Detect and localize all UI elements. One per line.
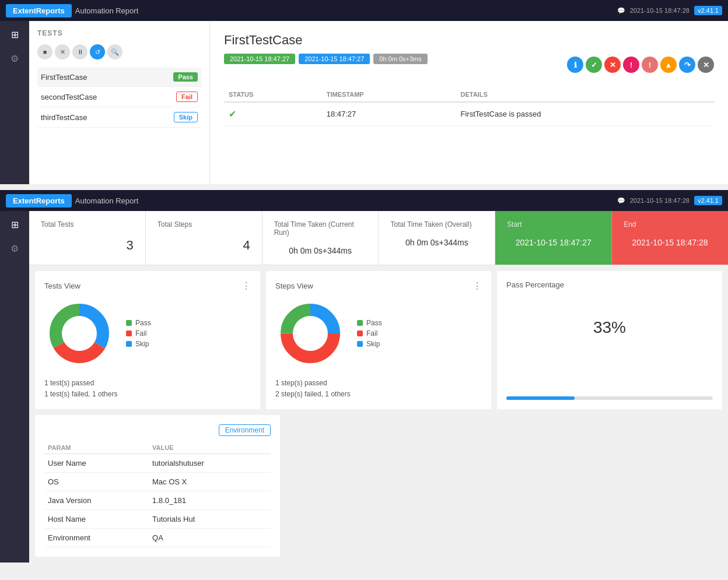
dashboard-brand: ExtentReports xyxy=(6,194,72,208)
app-version: v2.41.1 xyxy=(694,6,722,15)
row-details: FirstTestCase is passed xyxy=(456,102,714,126)
col-details: DETAILS xyxy=(456,87,714,102)
stats-row: Total Tests 3 Total Steps 4 Total Time T… xyxy=(29,211,728,265)
test-detail-name: FirstTestCase xyxy=(224,33,714,48)
toolbar-btn-search[interactable]: 🔍 xyxy=(107,44,123,59)
env-param: Java Version xyxy=(44,491,149,510)
env-badge: Environment xyxy=(219,424,271,436)
env-table-row: Java Version1.8.0_181 xyxy=(44,491,271,510)
test-item-name-first: FirstTestCase xyxy=(41,73,87,82)
env-table-row: User Nametutorialshutuser xyxy=(44,454,271,473)
stat-end-label: End xyxy=(624,220,716,229)
tests-footer-line1: 1 test(s) passed xyxy=(44,378,251,389)
action-error[interactable]: ! xyxy=(642,57,658,73)
action-alert[interactable]: ▲ xyxy=(660,57,677,73)
tests-view-header: Tests View ⋮ xyxy=(44,280,251,291)
tests-view-menu[interactable]: ⋮ xyxy=(242,280,251,291)
steps-view-footer: 1 step(s) passed 2 step(s) failed, 1 oth… xyxy=(275,378,482,400)
sidebar-icon-grid[interactable]: ⊞ xyxy=(9,27,21,43)
steps-view-title: Steps View xyxy=(275,282,313,290)
environment-card: Environment PARAM VALUE User Nametutoria… xyxy=(35,415,280,557)
steps-legend-fail: Fail xyxy=(357,329,382,338)
duration-badge: 0h 0m 0s+3ms xyxy=(373,54,427,64)
action-info[interactable]: ℹ xyxy=(567,57,583,73)
stat-total-steps-label: Total Steps xyxy=(158,220,250,229)
env-table-row: Host NameTutorials Hut xyxy=(44,510,271,529)
progress-bar-container xyxy=(506,396,713,400)
svg-point-7 xyxy=(293,316,328,351)
dashboard-title: Automation Report xyxy=(75,196,617,205)
stat-time-overall-value: 0h 0m 0s+344ms xyxy=(390,238,483,247)
col-timestamp: TIMESTAMP xyxy=(322,87,456,102)
test-item-third[interactable]: thirdTestCase Skip xyxy=(37,107,201,128)
pass-pct-value: 33% xyxy=(506,301,713,354)
test-badge-second: Fail xyxy=(176,92,198,102)
legend-pass-label: Pass xyxy=(135,319,151,327)
steps-view-header: Steps View ⋮ xyxy=(275,280,482,291)
action-skip[interactable]: ↷ xyxy=(679,57,695,73)
test-detail-table: STATUS TIMESTAMP DETAILS ✔ 18:47:27 Firs… xyxy=(224,87,714,126)
dashboard-sidebar: ⊞ ⚙ xyxy=(0,211,29,563)
stat-start-value: 2021-10-15 18:47:27 xyxy=(507,238,600,247)
dashboard-main: Total Tests 3 Total Steps 4 Total Time T… xyxy=(29,211,728,563)
pass-pct-title: Pass Percentage xyxy=(506,280,713,289)
stat-total-tests-label: Total Tests xyxy=(41,220,134,229)
sidebar-icon-settings[interactable]: ⚙ xyxy=(8,51,21,66)
legend-fail: Fail xyxy=(126,329,151,338)
env-param: Environment xyxy=(44,529,149,547)
test-item-first[interactable]: FirstTestCase Pass xyxy=(37,68,201,87)
action-close[interactable]: ✕ xyxy=(604,57,621,73)
steps-legend-fail-label: Fail xyxy=(366,329,377,338)
steps-legend-skip: Skip xyxy=(357,340,382,348)
row-status-icon: ✔ xyxy=(224,102,322,126)
steps-legend-pass: Pass xyxy=(357,319,382,327)
toolbar-btn-refresh[interactable]: ↺ xyxy=(90,44,105,59)
stat-start: Start 2021-10-15 18:47:27 xyxy=(495,211,612,265)
progress-bar-fill xyxy=(506,396,575,400)
tests-donut xyxy=(44,298,114,368)
legend-pass: Pass xyxy=(126,319,151,327)
legend-fail-label: Fail xyxy=(135,329,146,338)
test-badge-first: Pass xyxy=(173,72,198,82)
stat-total-tests: Total Tests 3 xyxy=(29,211,146,265)
toolbar-btn-fail[interactable]: ✕ xyxy=(55,44,70,59)
app-title: Automation Report xyxy=(75,6,617,15)
stat-end-value: 2021-10-15 18:47:28 xyxy=(624,238,716,247)
toolbar-btn-all[interactable]: ■ xyxy=(37,44,52,59)
tests-toolbar: ■ ✕ ⏸ ↺ 🔍 xyxy=(37,44,201,59)
env-table-row: EnvironmentQA xyxy=(44,529,271,547)
toolbar-btn-pause[interactable]: ⏸ xyxy=(72,44,88,59)
legend-skip-label: Skip xyxy=(135,340,149,348)
test-badge-third: Skip xyxy=(174,112,198,122)
dashboard-chat-icon: 💬 xyxy=(617,197,625,205)
tests-view-chart: Pass Fail Skip xyxy=(44,298,251,368)
environment-section: Environment PARAM VALUE User Nametutoria… xyxy=(29,415,728,563)
svg-point-3 xyxy=(62,316,97,351)
env-header: Environment xyxy=(44,424,271,436)
action-warning[interactable]: ! xyxy=(623,57,639,73)
test-item-second[interactable]: secondTestCase Fail xyxy=(37,87,201,107)
steps-view-legend: Pass Fail Skip xyxy=(357,319,382,348)
steps-donut xyxy=(275,298,345,368)
env-value: 1.8.0_181 xyxy=(149,491,271,510)
action-check[interactable]: ✓ xyxy=(586,57,602,73)
env-col-value: VALUE xyxy=(149,442,271,454)
action-ban[interactable]: ✕ xyxy=(698,57,714,73)
env-table-row: OSMac OS X xyxy=(44,473,271,491)
left-sidebar: ⊞ ⚙ xyxy=(0,21,29,184)
steps-footer-line1: 1 step(s) passed xyxy=(275,378,482,389)
dashboard-sidebar-grid[interactable]: ⊞ xyxy=(9,217,21,233)
stat-time-current: Total Time Taken (Current Run) 0h 0m 0s+… xyxy=(262,211,379,265)
stat-total-steps-value: 4 xyxy=(158,238,250,253)
test-item-name-third: thirdTestCase xyxy=(41,113,87,122)
col-status: STATUS xyxy=(224,87,322,102)
steps-view-menu[interactable]: ⋮ xyxy=(473,280,482,291)
charts-row: Tests View ⋮ xyxy=(29,265,728,415)
env-param: OS xyxy=(44,473,149,491)
env-table: PARAM VALUE User NametutorialshutuserOSM… xyxy=(44,442,271,547)
env-value: tutorialshutuser xyxy=(149,454,271,473)
dashboard-sidebar-settings[interactable]: ⚙ xyxy=(8,241,21,256)
env-value: Mac OS X xyxy=(149,473,271,491)
chat-icon: 💬 xyxy=(617,7,625,15)
navbar-datetime: 2021-10-15 18:47:28 xyxy=(630,7,690,14)
